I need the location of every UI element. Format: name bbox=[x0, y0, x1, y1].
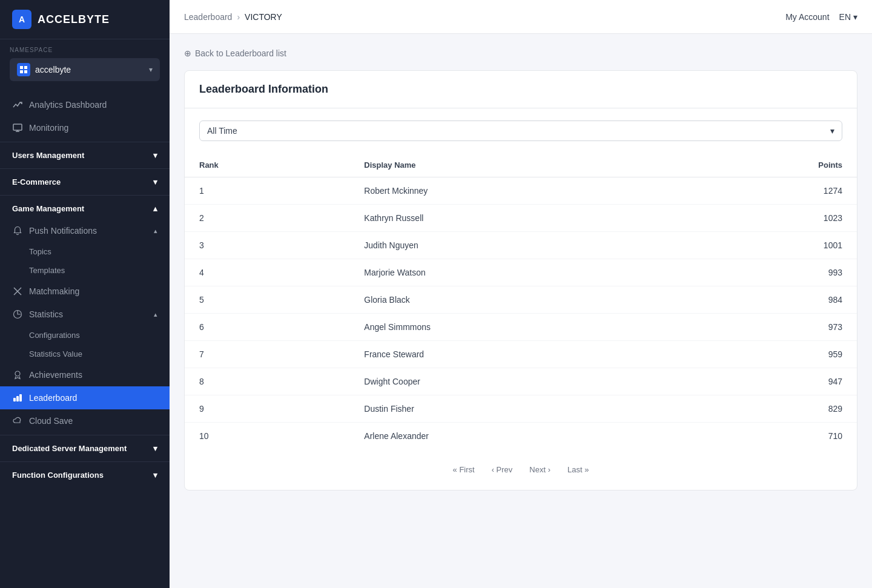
svg-point-10 bbox=[15, 371, 20, 376]
cell-display-name: Judith Nguyen bbox=[349, 232, 675, 259]
breadcrumb-parent[interactable]: Leaderboard bbox=[184, 12, 232, 22]
sidebar-item-statistics[interactable]: Statistics ▴ bbox=[0, 303, 170, 326]
namespace-chevron-icon: ▾ bbox=[149, 65, 153, 74]
sidebar-item-topics[interactable]: Topics bbox=[0, 242, 170, 261]
pagination-next[interactable]: Next › bbox=[522, 461, 558, 478]
dedicated-server-label: Dedicated Server Management bbox=[12, 444, 127, 453]
table-row: 9 Dustin Fisher 829 bbox=[185, 395, 857, 423]
sidebar-item-ecommerce[interactable]: E-Commerce ▾ bbox=[0, 171, 170, 193]
table-row: 5 Gloria Black 984 bbox=[185, 286, 857, 314]
sidebar-item-leaderboard[interactable]: Leaderboard bbox=[0, 386, 170, 409]
time-filter-value: All Time bbox=[207, 126, 237, 136]
cell-display-name: Kathryn Russell bbox=[349, 205, 675, 232]
topbar-right: My Account EN ▾ bbox=[785, 12, 857, 22]
cell-rank: 4 bbox=[185, 259, 349, 286]
table-row: 3 Judith Nguyen 1001 bbox=[185, 232, 857, 259]
users-label: Users Management bbox=[12, 151, 84, 160]
cell-display-name: Arlene Alexander bbox=[349, 423, 675, 450]
analytics-icon bbox=[12, 99, 23, 110]
cell-display-name: Marjorie Watson bbox=[349, 259, 675, 286]
col-display-name: Display Name bbox=[349, 153, 675, 177]
cell-rank: 5 bbox=[185, 286, 349, 314]
analytics-label: Analytics Dashboard bbox=[29, 100, 157, 110]
back-to-leaderboard-link[interactable]: ⊕ Back to Leaderboard list bbox=[184, 48, 857, 58]
cell-rank: 1 bbox=[185, 177, 349, 205]
sidebar-item-templates[interactable]: Templates bbox=[0, 261, 170, 280]
namespace-selector[interactable]: accelbyte ▾ bbox=[10, 58, 160, 81]
cell-points: 947 bbox=[676, 368, 857, 395]
cell-rank: 8 bbox=[185, 368, 349, 395]
cell-rank: 10 bbox=[185, 423, 349, 450]
cell-rank: 7 bbox=[185, 341, 349, 368]
table-row: 1 Robert Mckinney 1274 bbox=[185, 177, 857, 205]
pagination-last[interactable]: Last » bbox=[560, 461, 596, 478]
cell-display-name: France Steward bbox=[349, 341, 675, 368]
cell-points: 973 bbox=[676, 314, 857, 341]
sidebar-item-function-configs[interactable]: Function Configurations ▾ bbox=[0, 464, 170, 486]
sidebar-item-push-notifications[interactable]: Push Notifications ▴ bbox=[0, 219, 170, 242]
table-row: 4 Marjorie Watson 993 bbox=[185, 259, 857, 286]
table-row: 7 France Steward 959 bbox=[185, 341, 857, 368]
cell-display-name: Gloria Black bbox=[349, 286, 675, 314]
table-row: 8 Dwight Cooper 947 bbox=[185, 368, 857, 395]
divider-5 bbox=[0, 461, 170, 462]
language-label: EN bbox=[839, 12, 851, 22]
cell-points: 993 bbox=[676, 259, 857, 286]
back-icon: ⊕ bbox=[184, 48, 191, 58]
language-selector[interactable]: EN ▾ bbox=[839, 12, 857, 22]
svg-rect-0 bbox=[20, 66, 23, 69]
sidebar-item-game-management[interactable]: Game Management ▴ bbox=[0, 198, 170, 219]
back-link-text: Back to Leaderboard list bbox=[195, 48, 286, 58]
push-notifications-icon bbox=[12, 225, 23, 236]
cell-display-name: Robert Mckinney bbox=[349, 177, 675, 205]
leaderboard-table: Rank Display Name Points 1 Robert Mckinn… bbox=[185, 153, 857, 449]
cloud-save-icon bbox=[12, 415, 23, 426]
sidebar-item-users[interactable]: Users Management ▾ bbox=[0, 145, 170, 166]
svg-rect-4 bbox=[13, 124, 22, 130]
achievements-label: Achievements bbox=[29, 370, 157, 380]
divider-2 bbox=[0, 168, 170, 169]
sidebar-item-monitoring[interactable]: Monitoring bbox=[0, 116, 170, 139]
function-configs-chevron-icon: ▾ bbox=[153, 471, 157, 480]
svg-rect-1 bbox=[24, 66, 27, 69]
topbar: Leaderboard › VICTORY My Account EN ▾ bbox=[170, 0, 872, 34]
sidebar-item-dedicated-server[interactable]: Dedicated Server Management ▾ bbox=[0, 438, 170, 459]
logo-icon: A bbox=[12, 10, 31, 29]
statistics-label: Statistics bbox=[29, 309, 148, 319]
cell-display-name: Angel Simmmons bbox=[349, 314, 675, 341]
cell-points: 829 bbox=[676, 395, 857, 423]
pagination-first[interactable]: « First bbox=[446, 461, 482, 478]
divider-4 bbox=[0, 435, 170, 435]
cell-display-name: Dustin Fisher bbox=[349, 395, 675, 423]
sidebar-item-cloud-save[interactable]: Cloud Save bbox=[0, 409, 170, 432]
sidebar-item-configurations[interactable]: Configurations bbox=[0, 326, 170, 345]
ecommerce-chevron-icon: ▾ bbox=[153, 177, 157, 187]
svg-rect-3 bbox=[24, 70, 27, 73]
pagination-prev[interactable]: ‹ Prev bbox=[484, 461, 520, 478]
leaderboard-label: Leaderboard bbox=[29, 393, 157, 403]
game-management-chevron-icon: ▴ bbox=[153, 204, 157, 213]
sidebar-item-achievements[interactable]: Achievements bbox=[0, 363, 170, 386]
col-points: Points bbox=[676, 153, 857, 177]
content-area: ⊕ Back to Leaderboard list Leaderboard I… bbox=[170, 34, 872, 588]
time-filter-dropdown[interactable]: All Time ▾ bbox=[199, 121, 842, 141]
sidebar-item-analytics[interactable]: Analytics Dashboard bbox=[0, 93, 170, 116]
my-account-link[interactable]: My Account bbox=[785, 12, 829, 22]
main-content: Leaderboard › VICTORY My Account EN ▾ ⊕ … bbox=[170, 0, 872, 588]
cell-points: 710 bbox=[676, 423, 857, 450]
templates-label: Templates bbox=[29, 266, 65, 275]
table-header: Rank Display Name Points bbox=[185, 153, 857, 177]
leaderboard-card: Leaderboard Information All Time ▾ Rank … bbox=[184, 70, 857, 491]
sidebar-item-matchmaking[interactable]: Matchmaking bbox=[0, 280, 170, 303]
namespace-name: accelbyte bbox=[35, 65, 144, 74]
cell-points: 1023 bbox=[676, 205, 857, 232]
dedicated-server-chevron-icon: ▾ bbox=[153, 444, 157, 453]
sidebar-item-statistics-value[interactable]: Statistics Value bbox=[0, 345, 170, 363]
namespace-section: NAMESPACE accelbyte ▾ bbox=[0, 39, 170, 88]
achievements-icon bbox=[12, 369, 23, 380]
namespace-label: NAMESPACE bbox=[10, 47, 160, 53]
function-configs-label: Function Configurations bbox=[12, 471, 104, 480]
pagination: « First ‹ Prev Next › Last » bbox=[185, 449, 857, 490]
cell-points: 959 bbox=[676, 341, 857, 368]
breadcrumb-current: VICTORY bbox=[245, 12, 282, 22]
